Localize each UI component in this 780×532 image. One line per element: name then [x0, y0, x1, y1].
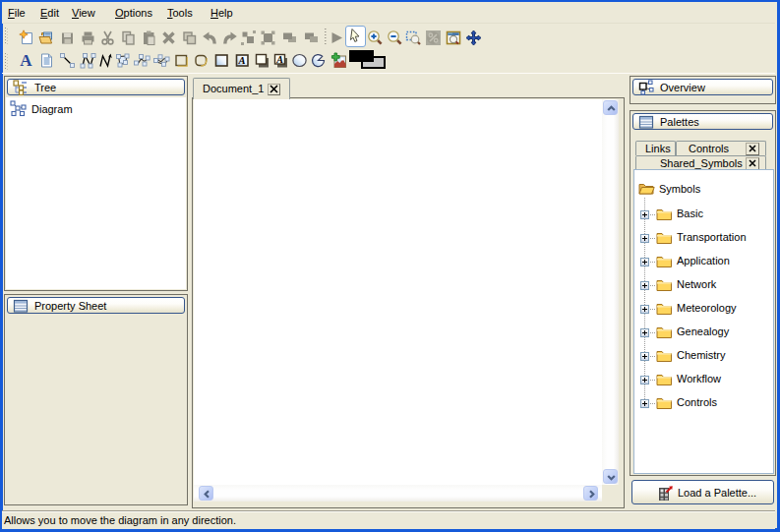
svg-text:A: A: [275, 54, 283, 65]
svg-text:A: A: [237, 55, 245, 66]
